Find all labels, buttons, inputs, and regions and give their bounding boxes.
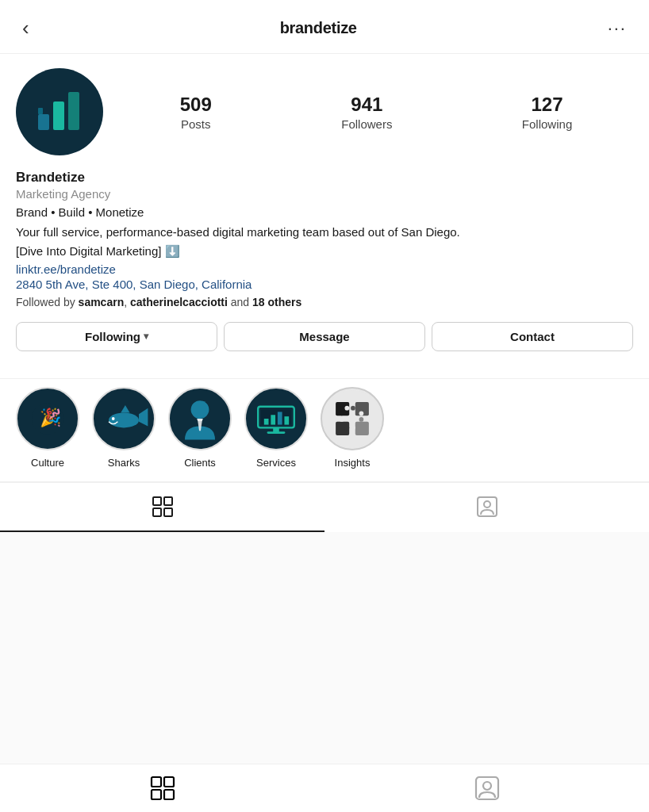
following-count: 127 — [532, 94, 563, 116]
highlight-label-insights: Insights — [335, 457, 371, 469]
more-options-button[interactable]: ··· — [601, 15, 633, 42]
followers-stat[interactable]: 941 Followers — [341, 94, 392, 131]
grid-tab[interactable] — [0, 483, 324, 532]
profile-address[interactable]: 2840 5th Ave, Ste 400, San Diego, Califo… — [16, 278, 633, 291]
svg-rect-35 — [351, 425, 355, 430]
highlight-label-culture: Culture — [31, 457, 64, 469]
svg-text:🎉: 🎉 — [40, 407, 62, 428]
svg-rect-40 — [164, 508, 172, 516]
following-stat[interactable]: 127 Following — [522, 94, 572, 131]
highlight-circle-services — [244, 387, 308, 450]
highlight-label-services: Services — [256, 457, 296, 469]
svg-rect-23 — [267, 431, 286, 434]
svg-rect-26 — [345, 405, 350, 410]
svg-rect-34 — [355, 421, 369, 435]
bio-line-3: [Dive Into Digital Marketing] ⬇️ — [16, 243, 633, 261]
profile-name: Brandetize — [16, 170, 633, 186]
highlight-circle-sharks — [92, 387, 156, 450]
svg-rect-18 — [264, 419, 269, 425]
tag-tab[interactable] — [324, 483, 649, 532]
svg-rect-32 — [345, 425, 350, 430]
posts-stat[interactable]: 509 Posts — [180, 94, 212, 131]
svg-point-42 — [484, 501, 490, 508]
svg-point-48 — [483, 782, 491, 790]
page-title: brandetize — [280, 19, 357, 37]
highlight-insights[interactable]: Insights — [321, 387, 384, 469]
svg-rect-30 — [359, 411, 364, 416]
svg-rect-1 — [53, 102, 64, 130]
svg-point-24 — [324, 389, 381, 446]
highlight-circle-insights — [321, 387, 384, 450]
svg-rect-19 — [271, 415, 275, 424]
profile-link[interactable]: linktr.ee/brandetize — [16, 262, 633, 276]
svg-rect-27 — [340, 411, 344, 416]
highlight-circle-culture: 🎉 — [16, 387, 79, 450]
bio-section: Brandetize Marketing Agency Brand • Buil… — [16, 170, 633, 311]
bio-line-2: Your full service, performance-based dig… — [16, 224, 633, 242]
svg-rect-3 — [38, 108, 43, 114]
svg-point-12 — [191, 400, 209, 419]
followers-label: Followers — [341, 117, 392, 131]
svg-rect-39 — [153, 508, 161, 516]
following-label: Following — [522, 117, 572, 131]
profile-category: Marketing Agency — [16, 187, 633, 201]
highlight-sharks[interactable]: Sharks — [92, 387, 156, 469]
highlight-culture[interactable]: 🎉 Culture — [16, 387, 79, 469]
following-button[interactable]: Following ▾ — [16, 322, 217, 351]
posts-label: Posts — [181, 117, 211, 131]
svg-rect-36 — [359, 417, 364, 422]
highlight-clients[interactable]: Clients — [168, 387, 232, 469]
svg-rect-38 — [164, 497, 172, 505]
header: ‹ brandetize ··· — [0, 0, 649, 54]
svg-rect-44 — [164, 777, 174, 787]
bottom-nav-bar — [0, 764, 649, 812]
svg-rect-46 — [164, 790, 174, 799]
svg-rect-43 — [152, 777, 161, 787]
highlight-circle-clients — [168, 387, 232, 450]
svg-rect-0 — [38, 114, 49, 130]
bio-line-1: Brand • Build • Monetize — [16, 204, 633, 222]
bottom-grid-tab[interactable] — [0, 764, 324, 812]
contact-label: Contact — [510, 330, 555, 343]
profile-top: 509 Posts 941 Followers 127 Following — [16, 68, 633, 155]
following-label: Following — [85, 330, 140, 343]
svg-rect-33 — [340, 417, 344, 422]
bottom-person-tag-tab[interactable] — [324, 764, 649, 812]
svg-rect-21 — [284, 416, 289, 424]
svg-rect-20 — [278, 412, 282, 424]
highlight-label-sharks: Sharks — [108, 457, 140, 469]
svg-rect-29 — [351, 405, 355, 410]
message-button[interactable]: Message — [224, 322, 425, 351]
followed-by: Followed by samcarn, catherinelcacciotti… — [16, 294, 633, 311]
posts-count: 509 — [180, 94, 212, 116]
highlight-label-clients: Clients — [184, 457, 216, 469]
highlight-services[interactable]: Services — [244, 387, 308, 469]
action-buttons: Following ▾ Message Contact — [16, 322, 633, 351]
avatar[interactable] — [16, 68, 103, 155]
contact-button[interactable]: Contact — [432, 322, 633, 351]
highlights-row: 🎉 Culture — [0, 379, 649, 481]
stats-bar: 509 Posts 941 Followers 127 Following — [119, 94, 633, 131]
svg-rect-45 — [152, 790, 161, 799]
svg-rect-2 — [68, 92, 79, 130]
svg-point-10 — [112, 417, 115, 420]
back-button[interactable]: ‹ — [16, 13, 36, 44]
followers-count: 941 — [351, 94, 382, 116]
content-tab-bar — [0, 482, 649, 532]
svg-marker-14 — [197, 419, 203, 421]
message-label: Message — [299, 330, 349, 343]
profile-section: 509 Posts 941 Followers 127 Following Br… — [0, 54, 649, 378]
chevron-down-icon: ▾ — [144, 331, 148, 342]
svg-rect-37 — [153, 497, 161, 505]
svg-point-7 — [109, 412, 139, 427]
